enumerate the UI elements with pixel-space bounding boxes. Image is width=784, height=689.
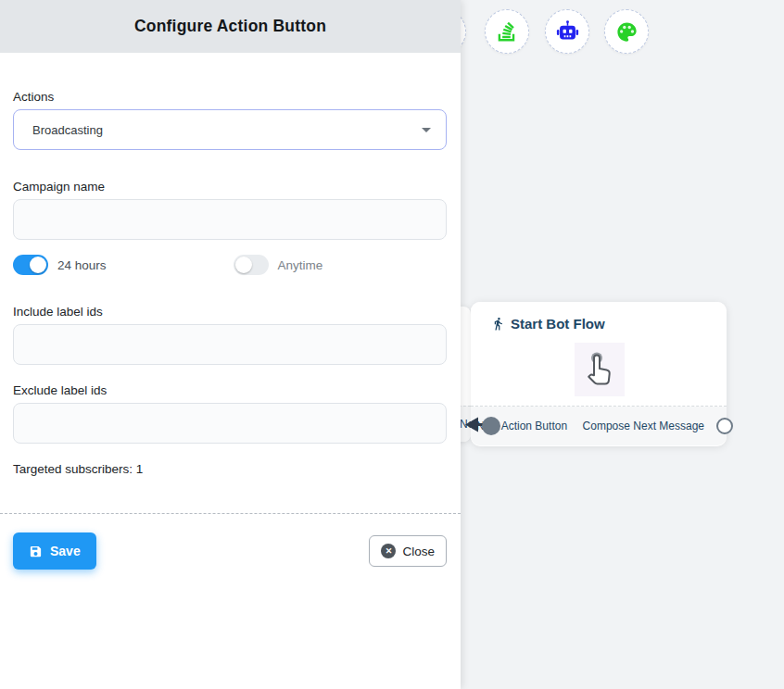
actions-label: Actions — [13, 90, 447, 104]
close-icon: ✕ — [381, 544, 396, 558]
toolbar-button-stack[interactable] — [485, 9, 529, 54]
close-button-label: Close — [402, 545, 435, 558]
node-footer: New Action Button Compose Next Message — [471, 407, 727, 445]
palette-icon — [614, 19, 639, 44]
actions-selected-value: Broadcasting — [32, 123, 103, 137]
connected-port-handle[interactable] — [482, 417, 500, 435]
panel-title: Configure Action Button — [134, 17, 326, 36]
include-label-ids-label: Include label ids — [13, 305, 447, 319]
app-root: Configure Action Button Actions Broadcas… — [0, 0, 784, 689]
flow-node-start-bot-flow[interactable]: Start Bot Flow New Action Button — [471, 302, 727, 446]
configure-action-panel: Configure Action Button Actions Broadcas… — [0, 0, 461, 689]
toolbar-button-theme[interactable] — [604, 9, 649, 54]
stack-icon — [495, 19, 519, 44]
walking-person-icon — [491, 316, 505, 332]
targeted-subscribers-text: Targeted subscribers: 1 — [13, 462, 447, 476]
toolbar-button-bot[interactable] — [545, 9, 589, 54]
robot-icon — [555, 19, 580, 44]
close-button[interactable]: ✕ Close — [369, 535, 447, 567]
panel-header: Configure Action Button — [0, 0, 461, 53]
toggle-knob — [30, 257, 46, 273]
toggle-knob — [235, 257, 252, 273]
schedule-toggle-row: 24 hours Anytime — [13, 255, 447, 275]
include-label-ids-input[interactable] — [13, 324, 447, 365]
exclude-label-ids-input[interactable] — [13, 403, 447, 444]
tap-cursor — [575, 343, 625, 396]
toggle-anytime-label: Anytime — [278, 258, 323, 272]
compose-next-message-label[interactable]: Compose Next Message — [583, 420, 704, 432]
toggle-anytime[interactable] — [234, 255, 269, 275]
node-body: Start Bot Flow — [471, 302, 727, 406]
anytime-toggle-group: Anytime — [234, 255, 323, 275]
campaign-name-input[interactable] — [13, 199, 447, 240]
node-title: Start Bot Flow — [511, 316, 605, 332]
flow-canvas[interactable]: New Start Bot Flow — [461, 0, 784, 689]
open-port-handle[interactable] — [716, 418, 733, 434]
campaign-name-label: Campaign name — [13, 180, 447, 194]
exclude-label-ids-label: Exclude label ids — [13, 383, 447, 397]
chevron-down-icon — [422, 128, 431, 132]
toggle-24-hours-label: 24 hours — [57, 258, 107, 272]
panel-body: Actions Broadcasting Campaign name 24 ho… — [0, 53, 461, 689]
actions-select[interactable]: Broadcasting — [13, 109, 447, 150]
save-button-label: Save — [50, 544, 81, 558]
toggle-24-hours[interactable] — [13, 255, 48, 275]
save-icon — [29, 545, 43, 558]
toolbar-button-partial[interactable] — [461, 9, 466, 54]
panel-footer: Save ✕ Close — [13, 532, 447, 570]
save-button[interactable]: Save — [13, 532, 96, 570]
node-title-row: Start Bot Flow — [491, 316, 605, 332]
panel-divider — [0, 513, 461, 514]
